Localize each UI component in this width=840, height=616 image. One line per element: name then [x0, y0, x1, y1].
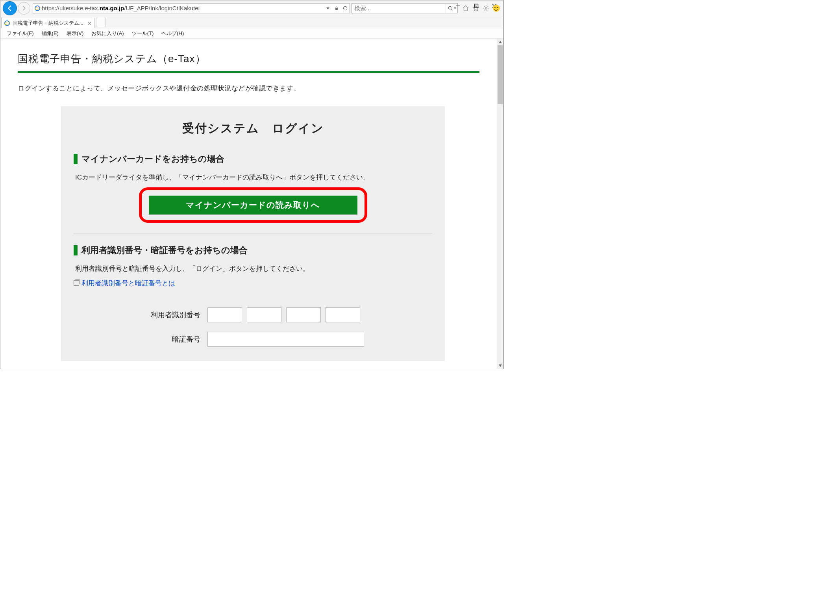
svg-marker-17: [499, 364, 502, 367]
title-underline: [18, 71, 479, 73]
scroll-down-button[interactable]: [497, 362, 503, 369]
minimize-button[interactable]: [449, 0, 467, 11]
userid-part-4[interactable]: [326, 307, 360, 322]
external-link-icon: [74, 280, 79, 286]
maximize-button[interactable]: [467, 0, 485, 11]
lock-icon: [332, 6, 341, 11]
svg-point-4: [35, 6, 40, 11]
address-bar[interactable]: https://uketsuke.e-tax.nta.go.jp/UF_APP/…: [33, 3, 350, 13]
label-userid: 利用者識別番号: [74, 310, 207, 320]
svg-marker-16: [499, 41, 502, 43]
heading-bar: [74, 154, 78, 164]
intro-text: ログインすることによって、メッセージボックスや還付金の処理状況などが確認できます…: [18, 84, 479, 93]
svg-rect-7: [335, 8, 338, 10]
menu-tools[interactable]: ツール(T): [128, 29, 158, 38]
navigation-bar: https://uketsuke.e-tax.nta.go.jp/UF_APP/…: [0, 0, 503, 16]
content-viewport: 国税電子申告・納税システム（e-Tax） ログインすることによって、メッセージボ…: [0, 39, 503, 369]
mynumber-read-button[interactable]: マイナンバーカードの読み取りへ: [149, 196, 357, 215]
page-content: 国税電子申告・納税システム（e-Tax） ログインすることによって、メッセージボ…: [0, 39, 497, 369]
scroll-up-button[interactable]: [497, 39, 503, 45]
browser-window: https://uketsuke.e-tax.nta.go.jp/UF_APP/…: [0, 0, 504, 369]
ie-icon: [33, 5, 42, 11]
tab-strip: 国税電子申告・納税システム... ✕: [0, 16, 503, 28]
password-input[interactable]: [207, 332, 364, 347]
label-password: 暗証番号: [74, 335, 207, 344]
panel-heading: 受付システム ログイン: [74, 120, 432, 137]
search-input[interactable]: [352, 5, 446, 11]
login-form: 利用者識別番号 暗証番号: [74, 307, 432, 347]
back-button[interactable]: [3, 1, 17, 15]
menu-view[interactable]: 表示(V): [63, 29, 87, 38]
menu-bar: ファイル(F) 編集(E) 表示(V) お気に入り(A) ツール(T) ヘルプ(…: [0, 28, 503, 39]
section-mynumber: マイナンバーカードをお持ちの場合 ICカードリーダライタを準備し、「マイナンバー…: [74, 153, 432, 223]
heading-bar: [74, 245, 78, 255]
forward-button[interactable]: [18, 2, 30, 15]
divider: [74, 233, 432, 233]
section-heading: マイナンバーカードをお持ちの場合: [81, 153, 224, 165]
section-desc: 利用者識別番号と暗証番号を入力し、「ログイン」ボタンを押してください。: [75, 263, 432, 275]
svg-marker-6: [326, 7, 329, 9]
new-tab-button[interactable]: [96, 18, 105, 27]
section-desc: ICカードリーダライタを準備し、「マイナンバーカードの読み取りへ」ボタンを押して…: [75, 172, 432, 183]
browser-tab[interactable]: 国税電子申告・納税システム... ✕: [1, 18, 94, 28]
section-heading: 利用者識別番号・暗証番号をお持ちの場合: [81, 244, 248, 256]
menu-edit[interactable]: 編集(E): [38, 29, 63, 38]
svg-marker-8: [343, 8, 344, 9]
highlight-frame: マイナンバーカードの読み取りへ: [139, 187, 367, 223]
menu-favorites[interactable]: お気に入り(A): [87, 29, 128, 38]
userid-part-3[interactable]: [286, 307, 321, 322]
help-link[interactable]: 利用者識別番号と暗証番号とは: [81, 279, 175, 288]
ie-icon: [4, 20, 10, 26]
svg-point-14: [5, 21, 9, 26]
vertical-scrollbar[interactable]: [497, 39, 503, 369]
menu-help[interactable]: ヘルプ(H): [157, 29, 188, 38]
url-text: https://uketsuke.e-tax.nta.go.jp/UF_APP/…: [42, 5, 324, 11]
tab-close-icon[interactable]: ✕: [87, 20, 92, 26]
dropdown-icon[interactable]: [324, 7, 332, 10]
tab-title: 国税電子申告・納税システム...: [13, 20, 83, 27]
svg-rect-1: [475, 4, 478, 8]
section-userid: 利用者識別番号・暗証番号をお持ちの場合 利用者識別番号と暗証番号を入力し、「ログ…: [74, 244, 432, 347]
scroll-thumb[interactable]: [498, 45, 503, 104]
login-panel: 受付システム ログイン マイナンバーカードをお持ちの場合 ICカードリーダライタ…: [61, 106, 445, 361]
search-bar[interactable]: [352, 3, 458, 13]
userid-part-2[interactable]: [247, 307, 281, 322]
userid-part-1[interactable]: [207, 307, 242, 322]
page-title: 国税電子申告・納税システム（e-Tax）: [18, 52, 479, 66]
refresh-button[interactable]: [341, 6, 350, 11]
menu-file[interactable]: ファイル(F): [3, 29, 38, 38]
